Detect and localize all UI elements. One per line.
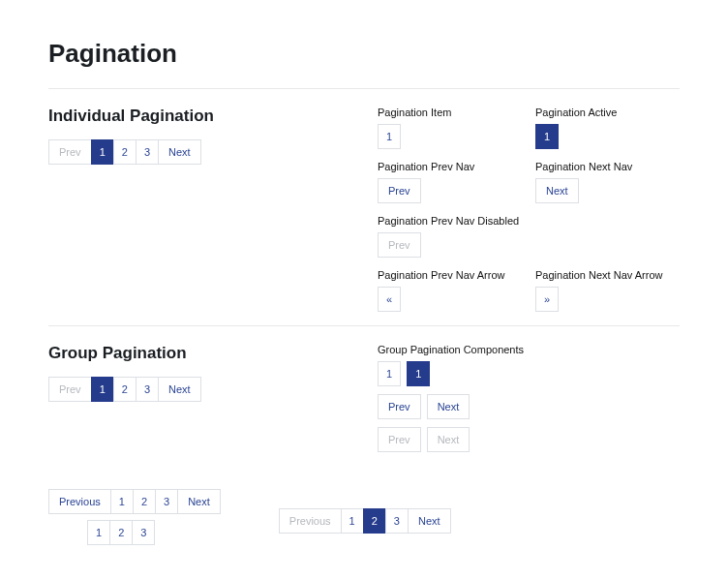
pagination-next-nav[interactable]: Next (535, 178, 579, 203)
page-1-button[interactable]: 1 (110, 489, 134, 514)
next-button[interactable]: Next (408, 508, 451, 534)
next-button[interactable]: Next (158, 139, 201, 165)
pagination-next-arrow-icon[interactable]: » (535, 287, 559, 312)
page-title: Pagination (48, 39, 680, 69)
group-prev[interactable]: Prev (378, 394, 421, 419)
previous-button[interactable]: Previous (279, 508, 342, 534)
section-group: Group Pagination Prev 1 2 3 Next Group P… (48, 344, 680, 460)
variant-next-arrow: Pagination Next Nav Arrow » (535, 269, 680, 312)
footer-variants: Previous 1 2 3 Next 1 2 3 Previous 1 2 3… (48, 489, 680, 545)
group-row-numbers: 1 1 (378, 361, 430, 386)
page-2-button[interactable]: 2 (109, 520, 133, 545)
page-1-button[interactable]: 1 (91, 139, 114, 165)
page-3-button[interactable]: 3 (155, 489, 178, 514)
group-prev-disabled: Prev (378, 427, 421, 452)
variant-prev-nav: Pagination Prev Nav Prev (378, 161, 522, 203)
group-next[interactable]: Next (427, 394, 470, 419)
divider (48, 325, 680, 326)
pagination-active[interactable]: 1 (535, 124, 559, 149)
section-title-group: Group Pagination (48, 344, 339, 363)
page-3-button[interactable]: 3 (385, 508, 409, 534)
next-button[interactable]: Next (177, 489, 221, 514)
group-row-disabled: Prev Next (378, 427, 470, 452)
prev-button[interactable]: Prev (48, 377, 92, 402)
group-components-label: Group Pagination Components (378, 344, 680, 355)
section-title-individual: Individual Pagination (48, 107, 339, 126)
page-2-button[interactable]: 2 (113, 139, 136, 165)
group-page-active[interactable]: 1 (407, 361, 430, 386)
variant-label: Pagination Active (535, 107, 680, 118)
footer-pager-numbers: 1 2 3 (87, 520, 155, 545)
page-2-button[interactable]: 2 (113, 377, 136, 402)
page-3-button[interactable]: 3 (132, 520, 155, 545)
group-row-nav: Prev Next (378, 394, 470, 419)
variant-prev-disabled: Pagination Prev Nav Disabled Prev (378, 215, 680, 258)
variant-prev-arrow: Pagination Prev Nav Arrow « (378, 269, 522, 312)
page-2-button[interactable]: 2 (363, 508, 386, 534)
section-individual: Individual Pagination Prev 1 2 3 Next Pa… (48, 107, 680, 312)
page-3-button[interactable]: 3 (136, 139, 159, 165)
variant-item: Pagination Item 1 (378, 107, 522, 149)
footer-pager-full: Previous 1 2 3 Next (48, 489, 221, 514)
pagination-prev-nav[interactable]: Prev (378, 178, 421, 203)
group-page-item[interactable]: 1 (378, 361, 401, 386)
page-1-button[interactable]: 1 (341, 508, 364, 534)
page-2-button[interactable]: 2 (133, 489, 156, 514)
variant-next-nav: Pagination Next Nav Next (535, 161, 680, 203)
page-3-button[interactable]: 3 (136, 377, 159, 402)
prev-button[interactable]: Prev (48, 139, 92, 165)
pagination-prev-disabled: Prev (378, 232, 421, 258)
next-button[interactable]: Next (158, 377, 201, 402)
pagination-item[interactable]: 1 (378, 124, 401, 149)
variant-label: Pagination Item (378, 107, 522, 118)
variant-label: Pagination Next Nav (535, 161, 680, 172)
variant-label: Pagination Next Nav Arrow (535, 269, 680, 281)
footer-pager-active2: Previous 1 2 3 Next (279, 508, 451, 534)
page-1-button[interactable]: 1 (87, 520, 110, 545)
variant-active: Pagination Active 1 (535, 107, 680, 149)
variant-label: Pagination Prev Nav Arrow (378, 269, 522, 281)
divider (48, 88, 680, 89)
group-pager: Prev 1 2 3 Next (48, 377, 201, 402)
variant-label: Pagination Prev Nav Disabled (378, 215, 680, 227)
individual-pager: Prev 1 2 3 Next (48, 139, 201, 165)
page-1-button[interactable]: 1 (91, 377, 114, 402)
variant-label: Pagination Prev Nav (378, 161, 522, 172)
pagination-prev-arrow-icon[interactable]: « (378, 287, 401, 312)
group-next-disabled: Next (427, 427, 470, 452)
previous-button[interactable]: Previous (48, 489, 111, 514)
